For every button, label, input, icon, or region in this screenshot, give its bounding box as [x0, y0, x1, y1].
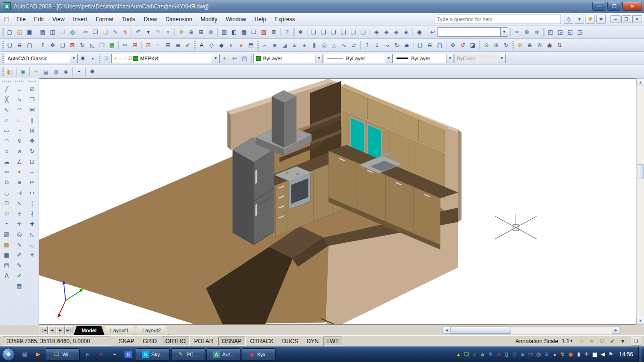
move-faces-icon[interactable]: ✥ — [48, 40, 58, 50]
sw-isometric-icon[interactable]: ◈ — [372, 27, 381, 37]
horizontal-scroll-thumb[interactable] — [451, 327, 511, 334]
block-editor-icon[interactable]: ↯ — [120, 27, 130, 37]
offset-faces-icon[interactable]: ❏ — [58, 40, 67, 50]
dimension-edit-icon[interactable]: ✐ — [14, 250, 25, 260]
Format[interactable]: Format — [91, 15, 118, 24]
plot-preview-icon[interactable]: ◫ — [48, 27, 58, 37]
layer-combobox[interactable]: ● ☼ ◫ Ω МЕРКИ ▼ — [111, 54, 220, 63]
construction-line-icon[interactable]: ╳ — [1, 94, 12, 105]
revolve-icon[interactable]: ↻ — [392, 40, 402, 50]
view-right-icon[interactable]: ❑ — [339, 27, 348, 37]
circle-icon[interactable]: ○ — [1, 146, 12, 156]
tab-nav-button[interactable]: ▶ — [57, 326, 65, 334]
scroll-up-icon[interactable]: ▲ — [636, 78, 644, 86]
imprint-icon[interactable]: ⊡ — [143, 40, 153, 50]
View[interactable]: View — [48, 15, 69, 24]
vs-3d-wireframe-icon[interactable]: ◇ — [206, 40, 216, 50]
stack-icon[interactable]: ≣ — [543, 350, 551, 359]
tab-nav-button[interactable]: ▶❘ — [65, 326, 73, 334]
lights-icon[interactable]: ☀ — [31, 66, 41, 77]
subtract-icon[interactable]: ⊖ — [15, 40, 25, 50]
free-orbit-icon[interactable]: ⊛ — [491, 40, 501, 50]
Edit[interactable]: Edit — [30, 15, 48, 24]
view-name-combobox[interactable]: ▼ — [438, 27, 508, 37]
rectangle-icon[interactable]: ▭ — [1, 125, 12, 136]
view-back-icon[interactable]: ❑ — [358, 27, 368, 37]
google-icon[interactable]: 8 — [122, 348, 134, 361]
table-icon[interactable]: ▤ — [1, 260, 12, 271]
vs-conceptual-icon[interactable]: ◐ — [226, 40, 236, 50]
revision-cloud-icon[interactable]: ☁ — [1, 156, 12, 167]
show-desktop-button[interactable] — [638, 346, 642, 362]
point-icon[interactable]: • — [1, 219, 12, 229]
make-block-icon[interactable]: ⊞ — [1, 208, 12, 219]
ne-isometric-icon[interactable]: ◈ — [391, 27, 401, 37]
help-icon[interactable]: ? — [282, 27, 292, 37]
bluetooth-icon[interactable]: ❖ — [487, 350, 495, 359]
combo-caret-icon[interactable]: ▼ — [70, 54, 77, 63]
join-icon[interactable]: ✚ — [27, 219, 37, 229]
Dimension[interactable]: Dimension — [161, 15, 197, 24]
draworder-front-icon[interactable]: ◰ — [545, 27, 555, 37]
layer-properties-manager-icon[interactable]: ≣ — [101, 53, 111, 64]
warning-icon[interactable]: ▲ — [454, 350, 462, 359]
web-ball-icon[interactable]: ● — [551, 350, 559, 359]
quick-dimension-icon[interactable]: ✦ — [14, 167, 25, 177]
horizontal-scrollbar[interactable]: ◀ ▶ — [442, 326, 620, 334]
tab-nav-button[interactable]: ◀ — [48, 326, 56, 334]
Model[interactable]: Model — [74, 326, 105, 335]
3d-rotate-icon[interactable]: ↺ — [458, 40, 468, 50]
trim-icon[interactable]: ✂ — [27, 177, 37, 188]
se-isometric-icon[interactable]: ◈ — [381, 27, 391, 37]
loft-icon[interactable]: ≅ — [402, 40, 412, 50]
search-caret-icon[interactable]: ▾ — [575, 15, 584, 24]
3d-move-icon[interactable]: ✥ — [448, 40, 458, 50]
redo-icon[interactable]: ↷ — [153, 27, 163, 37]
Layout2[interactable]: Layout2 — [134, 326, 169, 335]
polyline-icon[interactable]: ∿ — [1, 105, 12, 115]
linear-dimension-icon[interactable]: ↔ — [14, 84, 25, 94]
restore-button[interactable]: ❐ — [607, 2, 621, 11]
help-search-input[interactable] — [437, 16, 559, 22]
hatch-icon[interactable]: ▨ — [1, 229, 12, 239]
Layout1[interactable]: Layout1 — [102, 326, 137, 335]
internet-explorer-icon[interactable]: e — [81, 348, 93, 361]
view-top-icon[interactable]: ❑ — [309, 27, 319, 37]
workspace-settings-icon[interactable]: ✹ — [78, 53, 88, 64]
scroll-down-icon[interactable]: ▼ — [636, 317, 644, 325]
break-icon[interactable]: ∤ — [27, 208, 37, 219]
SNAP[interactable]: SNAP — [115, 337, 138, 346]
baseline-dimension-icon[interactable]: ≡ — [14, 177, 25, 188]
separate-icon[interactable]: ⊟ — [163, 40, 173, 50]
radius-dimension-icon[interactable]: ◔ — [14, 125, 25, 136]
delete-faces-icon[interactable]: ⊠ — [67, 40, 77, 50]
workspace-combobox[interactable]: AutoCAD Classic ▼ — [5, 54, 78, 63]
pushpin-icon[interactable]: ✛ — [583, 350, 591, 359]
undo-caret-icon[interactable]: ▾ — [143, 27, 153, 37]
annotation-visibility-icon[interactable]: ✩ — [577, 337, 586, 346]
start-button[interactable]: ❖ — [2, 348, 15, 361]
search-icon[interactable]: ◎ — [564, 15, 573, 24]
media-player-icon[interactable]: ▶ — [32, 348, 44, 361]
draworder-under-icon[interactable]: ◳ — [575, 27, 585, 37]
plot-icon[interactable]: ▤ — [38, 27, 48, 37]
pc-tools-window-button[interactable]: ✎ PC ... — [171, 348, 205, 361]
extend-icon[interactable]: ↦ — [27, 188, 37, 198]
pan-icon[interactable]: ✥ — [176, 27, 186, 37]
paste-icon[interactable]: ❏ — [100, 27, 110, 37]
layer-states-icon[interactable]: ▤ — [239, 53, 249, 64]
insert-block-icon[interactable]: ⊡ — [1, 198, 12, 208]
vs-3d-hidden-icon[interactable]: ◆ — [216, 40, 226, 50]
undo-icon[interactable]: ↶ — [133, 27, 143, 37]
color-faces-icon[interactable]: ▩ — [107, 40, 117, 50]
dimension-update-icon[interactable]: ✔ — [14, 271, 25, 281]
auto-annotation-icon[interactable]: ✭ — [587, 337, 596, 346]
offset-icon[interactable]: ∥ — [27, 115, 37, 125]
create-camera-icon[interactable]: ◉ — [414, 27, 424, 37]
render-icon[interactable]: ◧ — [5, 66, 15, 77]
zoom-window-icon[interactable]: ⊞ — [196, 27, 206, 37]
vs-manage-icon[interactable]: ▤ — [246, 40, 256, 50]
vertical-scrollbar[interactable]: ▲ ▼ — [636, 78, 644, 325]
view-front-icon[interactable]: ❑ — [348, 27, 358, 37]
zoom-2-icon[interactable]: ⊕ — [525, 40, 535, 50]
